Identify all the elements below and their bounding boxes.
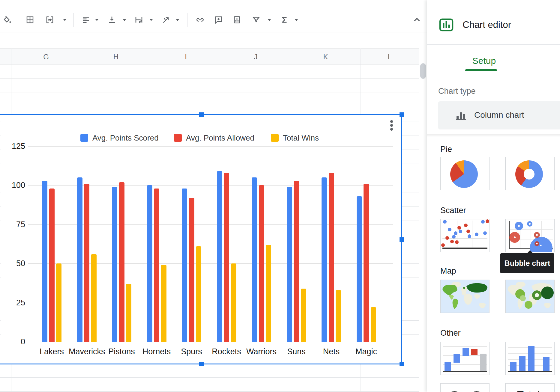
bar-Magic-avg-points-allowed[interactable] [364,184,369,342]
bar-Pistons-avg-points-allowed[interactable] [119,182,124,342]
text-rotation-icon[interactable] [161,14,172,25]
bar-Hornets-avg-points-allowed[interactable] [154,189,159,342]
bar-Warriors-avg-points-scored[interactable] [252,177,257,342]
bar-Lakers-avg-points-allowed[interactable] [49,189,55,342]
thumbnail-geo-bubble-chart[interactable] [505,280,555,313]
panel-title: Chart editor [463,19,511,31]
text-wrapping-dropdown-icon[interactable] [149,19,153,21]
bar-Pistons-avg-points-scored[interactable] [112,187,117,342]
chart-resize-handle-top[interactable] [199,112,204,117]
x-axis-label-Warriors: Warriors [244,347,280,356]
section-label-other: Other [440,328,461,338]
x-axis-label-Suns: Suns [278,347,314,356]
bar-Suns-avg-points-allowed[interactable] [294,181,299,342]
bar-Rockets-avg-points-scored[interactable] [217,171,222,342]
column-header-G[interactable]: G [11,49,81,65]
horizontal-align-dropdown-icon[interactable] [95,19,99,21]
y-axis-tick-25: 25 [7,298,25,307]
bar-Magic-avg-points-scored[interactable] [357,196,362,342]
bar-Warriors-avg-points-allowed[interactable] [259,185,264,342]
column-header-L[interactable]: L [361,49,419,65]
thumbnail-bubble-chart[interactable] [505,219,555,252]
legend-swatch-blue [80,134,88,142]
thumbnail-histogram-chart[interactable] [505,342,555,375]
column-header-I[interactable]: I [151,49,221,65]
vertical-align-icon[interactable] [106,14,117,25]
bar-Mavericks-avg-points-scored[interactable] [77,177,82,342]
bar-Mavericks-total-wins[interactable] [91,254,97,342]
waterfall-chart-icon [441,342,489,375]
insert-chart-icon[interactable] [232,14,242,25]
thumbnail-pie-chart[interactable] [440,157,490,190]
chart-type-dropdown[interactable]: Column chart [438,101,560,129]
sheet-scrollbar-track[interactable] [419,49,427,392]
bar-Lakers-avg-points-scored[interactable] [42,181,47,342]
y-axis-tick-125: 125 [7,142,25,151]
bar-Hornets-total-wins[interactable] [161,265,166,342]
legend-swatch-yellow [271,134,279,142]
bar-Nets-avg-points-allowed[interactable] [329,173,334,342]
toolbar-divider [73,13,74,27]
thumbnail-waterfall-chart[interactable] [440,342,490,375]
column-header-J[interactable]: J [221,49,291,65]
bar-Spurs-avg-points-scored[interactable] [182,189,187,342]
bar-Rockets-avg-points-allowed[interactable] [224,173,229,342]
panel-scroll-shadow [427,134,560,137]
x-axis-label-Lakers: Lakers [34,347,70,356]
bar-Hornets-avg-points-scored[interactable] [147,185,152,342]
bar-Lakers-total-wins[interactable] [56,263,61,342]
tab-setup[interactable]: Setup [457,56,511,66]
functions-sigma-dropdown-icon[interactable] [295,19,298,21]
functions-sigma-icon[interactable] [279,14,290,25]
thumbnail-scorecard[interactable]: Total [505,383,555,392]
text-wrapping-icon[interactable] [133,14,144,25]
geo-bubble-chart-icon [506,280,554,313]
chart-resize-handle-right[interactable] [400,237,404,242]
bar-Spurs-avg-points-allowed[interactable] [189,198,194,342]
horizontal-align-icon[interactable] [80,14,91,25]
insert-comment-icon[interactable] [213,14,224,25]
thumbnail-geo-chart[interactable] [440,280,490,313]
thumbnail-donut-chart[interactable] [505,157,555,190]
chart-options-menu-icon[interactable] [390,120,393,132]
y-axis-tick-50: 50 [7,259,25,268]
x-axis-label-Hornets: Hornets [139,347,175,356]
x-axis-label-Spurs: Spurs [174,347,210,356]
bar-Nets-total-wins[interactable] [336,290,341,342]
bar-Pistons-total-wins[interactable] [126,284,131,342]
text-rotation-dropdown-icon[interactable] [176,19,179,21]
create-filter-dropdown-icon[interactable] [268,19,271,21]
column-header-H[interactable]: H [81,49,151,65]
gridline-y-50 [28,263,393,264]
chart-resize-handle-bottom[interactable] [199,362,204,366]
borders-icon[interactable] [25,14,35,25]
column-header-K[interactable]: K [291,49,361,65]
merge-cells-icon[interactable] [44,14,55,25]
bar-Magic-total-wins[interactable] [371,307,376,342]
toolbar-divider [187,13,187,27]
bar-Nets-avg-points-scored[interactable] [322,177,327,342]
bar-Suns-avg-points-scored[interactable] [287,187,292,342]
sheet-scrollbar-thumb[interactable] [420,63,426,79]
collapse-toolbar-icon[interactable] [412,14,422,25]
thumbnail-scatter-chart[interactable] [440,219,490,252]
x-axis-label-Mavericks: Mavericks [69,347,105,356]
x-axis-line [28,342,393,342]
geo-chart-icon [441,280,489,313]
tab-setup-active-underline [465,69,497,71]
bar-Suns-total-wins[interactable] [301,289,306,342]
bar-Rockets-total-wins[interactable] [231,263,236,342]
create-filter-icon[interactable] [251,14,262,25]
bar-Mavericks-avg-points-allowed[interactable] [84,184,89,342]
insert-link-icon[interactable] [195,14,205,25]
panel-header-divider [427,44,560,45]
bar-Spurs-total-wins[interactable] [196,246,201,342]
chart-resize-handle-bottom-right[interactable] [400,362,404,366]
thumbnail-gauge-chart[interactable]: Jan Fe [440,383,490,392]
embedded-column-chart[interactable]: 0255075100125LakersMavericksPistonsHorne… [1,115,402,364]
vertical-align-dropdown-icon[interactable] [123,19,126,21]
merge-cells-dropdown-icon[interactable] [63,19,67,21]
fill-color-icon[interactable] [2,14,13,25]
bar-Warriors-total-wins[interactable] [266,245,271,342]
chart-resize-handle-top-right[interactable] [400,112,404,117]
